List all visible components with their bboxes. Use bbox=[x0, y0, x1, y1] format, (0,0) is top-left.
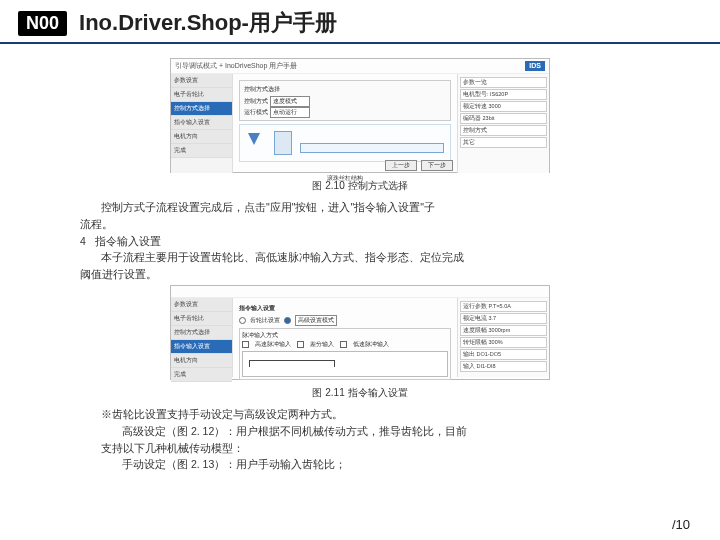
wizard-sidebar: 参数设置 电子齿轮比 控制方式选择 指令输入设置 电机方向 完成 bbox=[171, 74, 233, 173]
sidebar-step-5[interactable]: 电机方向 bbox=[171, 130, 232, 144]
section-title: 指令输入设置 bbox=[95, 235, 161, 247]
prev-button[interactable]: 上一步 bbox=[385, 160, 417, 171]
figure-2-11: 参数设置 电子齿轮比 控制方式选择 指令输入设置 电机方向 完成 指令输入设置 … bbox=[170, 285, 550, 380]
sidebar-step-3[interactable]: 控制方式选择 bbox=[171, 102, 232, 116]
pulse-input-panel: 脉冲输入方式 高速脉冲输入 差分输入 低速脉冲输入 bbox=[239, 328, 451, 380]
body-line: 高级设定（图 2. 12）：用户根据不同机械传动方式，推导齿轮比，目前 bbox=[80, 423, 640, 440]
gear-label: 齿轮比设置 bbox=[250, 316, 280, 325]
param-item: 输入 DI1-DI8 bbox=[460, 361, 547, 372]
gear-mode-radio[interactable] bbox=[239, 317, 246, 324]
body-line: 手动设定（图 2. 13）：用户手动输入齿轮比； bbox=[80, 456, 640, 473]
param-item: 其它 bbox=[460, 137, 547, 148]
mechanism-illustration bbox=[239, 124, 451, 162]
hi-pulse-label: 高速脉冲输入 bbox=[255, 340, 291, 349]
sidebar-step-1[interactable]: 参数设置 bbox=[171, 298, 232, 312]
pulse-wave-icon bbox=[249, 360, 441, 370]
lo-pulse-checkbox[interactable] bbox=[340, 341, 347, 348]
control-mode-select[interactable]: 速度模式 bbox=[270, 96, 310, 107]
sidebar-step-4[interactable]: 指令输入设置 bbox=[171, 116, 232, 130]
param-item: 额定电流 3.7 bbox=[460, 313, 547, 324]
sidebar-step-2[interactable]: 电子齿轮比 bbox=[171, 88, 232, 102]
sidebar-step-6[interactable]: 完成 bbox=[171, 144, 232, 158]
sidebar-step-3[interactable]: 控制方式选择 bbox=[171, 326, 232, 340]
param-summary-panel: 运行参数 P.T=5.0A 额定电流 3.7 速度限幅 3000rpm 转矩限幅… bbox=[457, 298, 549, 377]
param-item: 额定转速 3000 bbox=[460, 101, 547, 112]
rail-icon bbox=[300, 143, 444, 153]
figure-2-11-caption: 图 2.11 指令输入设置 bbox=[80, 386, 640, 400]
param-item: 参数一览 bbox=[460, 77, 547, 88]
gear-mode-radio[interactable] bbox=[284, 317, 291, 324]
sidebar-step-6[interactable]: 完成 bbox=[171, 368, 232, 382]
lo-pulse-label: 低速脉冲输入 bbox=[353, 340, 389, 349]
body-line: 控制方式子流程设置完成后，点击"应用"按钮，进入"指令输入设置"子 bbox=[80, 199, 640, 216]
gear-mode-select[interactable]: 高级设置模式 bbox=[295, 315, 337, 326]
fig-top-title bbox=[175, 288, 177, 295]
param-item: 运行参数 P.T=5.0A bbox=[460, 301, 547, 312]
body-line: 支持以下几种机械传动模型： bbox=[80, 440, 640, 457]
run-mode-select[interactable]: 点动运行 bbox=[270, 107, 310, 118]
panel-heading: 指令输入设置 bbox=[239, 304, 451, 313]
param-item: 输出 DO1-DO5 bbox=[460, 349, 547, 360]
param-item: 速度限幅 3000rpm bbox=[460, 325, 547, 336]
sidebar-step-5[interactable]: 电机方向 bbox=[171, 354, 232, 368]
control-mode-panel: 控制方式选择 控制方式 速度模式 运行模式 点动运行 bbox=[239, 80, 451, 121]
brand-badge: N00 bbox=[18, 11, 67, 36]
mid-pulse-checkbox[interactable] bbox=[297, 341, 304, 348]
pulse-waveform-box bbox=[242, 351, 448, 377]
hi-pulse-checkbox[interactable] bbox=[242, 341, 249, 348]
pulse-title: 脉冲输入方式 bbox=[242, 331, 448, 340]
control-mode-label: 控制方式 bbox=[244, 98, 268, 104]
body-line: ※齿轮比设置支持手动设定与高级设定两种方式。 bbox=[80, 406, 640, 423]
run-mode-label: 运行模式 bbox=[244, 109, 268, 115]
body-line: 本子流程主要用于设置齿轮比、高低速脉冲输入方式、指令形态、定位完成 bbox=[80, 249, 640, 266]
body-line: 流程。 bbox=[80, 216, 640, 233]
direction-arrow-icon bbox=[248, 133, 260, 145]
motor-icon bbox=[274, 131, 292, 155]
param-item: 转矩限幅 300% bbox=[460, 337, 547, 348]
param-summary-panel: 参数一览 电机型号: IS620P 额定转速 3000 编码器 23bit 控制… bbox=[457, 74, 549, 173]
page-number: /10 bbox=[672, 517, 690, 532]
ids-badge: IDS bbox=[525, 61, 545, 71]
panel-heading: 控制方式选择 bbox=[244, 85, 446, 94]
illustration-caption: 滚珠丝杠结构 bbox=[327, 174, 363, 183]
figure-2-10: 引导调试模式 + InoDriveShop 用户手册 IDS 参数设置 电子齿轮… bbox=[170, 58, 550, 173]
body-line: 阈值进行设置。 bbox=[80, 266, 640, 283]
mid-pulse-label: 差分输入 bbox=[310, 340, 334, 349]
sidebar-step-1[interactable]: 参数设置 bbox=[171, 74, 232, 88]
param-item: 控制方式 bbox=[460, 125, 547, 136]
page-title: Ino.Driver.Shop-用户手册 bbox=[79, 8, 337, 38]
param-item: 电机型号: IS620P bbox=[460, 89, 547, 100]
param-item: 编码器 23bit bbox=[460, 113, 547, 124]
section-number: 4 bbox=[80, 235, 86, 247]
wizard-sidebar: 参数设置 电子齿轮比 控制方式选择 指令输入设置 电机方向 完成 bbox=[171, 298, 233, 377]
sidebar-step-2[interactable]: 电子齿轮比 bbox=[171, 312, 232, 326]
next-button[interactable]: 下一步 bbox=[421, 160, 453, 171]
fig-top-title: 引导调试模式 + InoDriveShop 用户手册 bbox=[175, 61, 297, 71]
sidebar-step-4[interactable]: 指令输入设置 bbox=[171, 340, 232, 354]
